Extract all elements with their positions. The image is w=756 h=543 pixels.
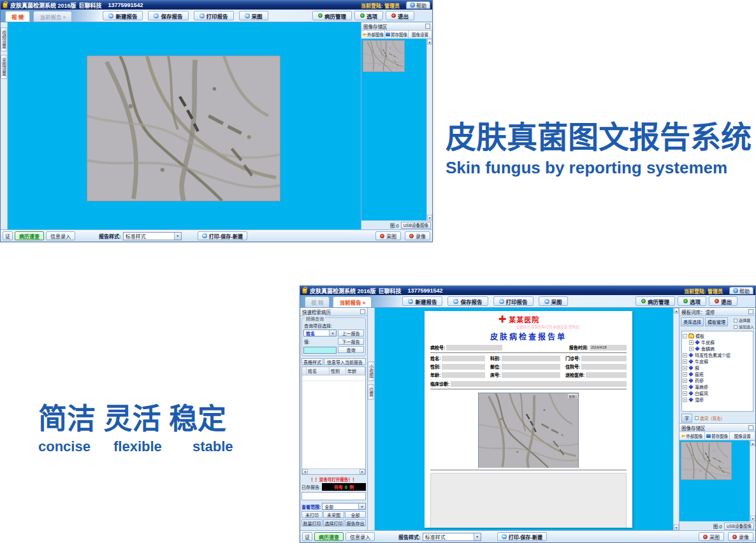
image-thumbnail[interactable] [363, 40, 405, 72]
arrow-down-icon[interactable] [750, 516, 755, 521]
bed-field[interactable] [502, 372, 560, 378]
exam-no-field[interactable] [446, 345, 502, 351]
report-list-box[interactable] [302, 492, 366, 500]
info-entry-button[interactable]: 信息录入 [46, 231, 75, 240]
panel-close-icon[interactable] [360, 309, 365, 314]
records-manage-button[interactable]: 病历管理 [312, 11, 352, 20]
library-select-button[interactable]: 类库选择 [681, 317, 704, 326]
tree-item[interactable]: 湿疹 [683, 396, 752, 403]
tree-item[interactable]: 鱼鳞病 [689, 345, 752, 352]
tab-current-report[interactable]: 当前报告 « [33, 11, 72, 22]
new-report-button[interactable]: 新建报告 [402, 296, 442, 306]
template-tree[interactable]: 模板 牛皮癣 鱼鳞病 特发性色素减少症 牛皮癣 癣 痤疮 药疹 荨麻疹 白癜风 … [681, 331, 753, 412]
next-report-button[interactable]: 下一报告 [338, 338, 364, 345]
table-style-button[interactable]: 表格样式 [302, 358, 323, 365]
collapse-icon[interactable] [683, 334, 687, 338]
append-checkbox[interactable]: 追加选入 [734, 324, 754, 329]
capture-image-button[interactable]: 采图 [375, 231, 401, 240]
panel-close-icon[interactable] [748, 309, 753, 314]
save-report-button[interactable]: 保存报告 [148, 11, 188, 20]
query-value-input[interactable] [303, 347, 337, 354]
image-thumbnail[interactable] [681, 442, 732, 480]
records-table[interactable]: 姓名 性别 年龄 [302, 366, 366, 475]
cert-button[interactable]: 证 [302, 532, 312, 541]
cert-button[interactable]: 证 [3, 231, 13, 240]
report-style-select[interactable]: 标准样式 [423, 533, 481, 541]
uncaptured-filter-button[interactable]: 未采图 [323, 511, 344, 518]
print-report-button[interactable]: 打印报告 [194, 11, 234, 20]
quick-lookup-button[interactable]: 病历速查 [15, 231, 44, 240]
save-report-button[interactable]: 保存报告 [447, 296, 488, 306]
report-time-field[interactable]: 2016/4/18 [590, 345, 627, 351]
char-button[interactable]: 字 [681, 414, 692, 423]
age-field[interactable] [442, 372, 485, 378]
expand-icon[interactable] [683, 391, 687, 396]
panel-close-icon[interactable] [425, 24, 430, 29]
tree-item[interactable]: 癣 [683, 365, 752, 371]
vertical-scrollbar[interactable] [673, 308, 679, 530]
tree-item[interactable]: 痤疮 [683, 371, 752, 377]
expand-icon[interactable] [683, 379, 687, 383]
tree-item[interactable]: 荨麻疹 [683, 384, 752, 390]
report-style-select[interactable]: 标准样式 [123, 232, 182, 240]
inpatient-field[interactable] [581, 364, 627, 370]
exit-button[interactable]: 退出 [709, 296, 738, 306]
template-manage-button[interactable]: 模板管理 [705, 317, 728, 326]
temp-images-button[interactable]: 暂存图像 [705, 432, 731, 440]
expand-icon[interactable] [683, 366, 687, 370]
export-report-button[interactable]: 报告存出 [345, 519, 366, 526]
capture-button[interactable]: 采图 [239, 11, 268, 20]
quick-lookup-button[interactable]: 病历速查 [314, 532, 344, 541]
report-page[interactable]: 某某医院 温馨提示:医院名称可到-系统设置-里修改 皮肤病检查报告单 病检号: … [425, 311, 632, 528]
batch-print-button[interactable]: 批量打印 [302, 519, 323, 526]
name-field[interactable] [442, 356, 485, 361]
expand-icon[interactable] [683, 359, 687, 364]
arrow-down-icon[interactable] [427, 215, 432, 221]
result-text-area[interactable] [430, 473, 627, 528]
tab-current-report[interactable]: 当前报告 « [333, 296, 372, 307]
vertical-scrollbar[interactable] [750, 440, 755, 521]
records-manage-button[interactable]: 病历管理 [636, 296, 675, 306]
capture-button[interactable]: 采图 [539, 296, 568, 306]
arrow-left-icon[interactable] [302, 469, 308, 474]
side-tab-thumbnail-view[interactable]: 小视图 [368, 361, 375, 381]
report-microscopy-image[interactable]: 图像1 [478, 393, 579, 468]
panel-close-icon[interactable] [748, 425, 753, 430]
image-settings-button[interactable]: 图像设置 [730, 432, 755, 440]
print-save-new-button[interactable]: 打印-保存-新建 [497, 532, 547, 541]
tree-item[interactable]: 白癜风 [683, 390, 752, 396]
arrow-up-icon[interactable] [750, 440, 755, 446]
side-tab-video-settings[interactable]: 视频设置 [1, 27, 8, 52]
tree-item[interactable]: 药疹 [683, 377, 752, 384]
selector-checkbox[interactable]: 选择器 [734, 317, 754, 323]
external-images-button[interactable]: 外部图像 [680, 432, 705, 440]
gender-field[interactable] [442, 364, 485, 370]
expand-icon[interactable] [683, 372, 687, 377]
exit-button[interactable]: 退出 [386, 11, 414, 20]
capture-image-button[interactable]: 采图 [699, 532, 724, 541]
query-field-select[interactable]: 姓名 [303, 329, 337, 337]
expand-icon[interactable] [689, 340, 694, 345]
table-row[interactable] [302, 375, 365, 381]
record-video-button[interactable]: 录像 [728, 532, 753, 541]
doctor-field[interactable] [586, 372, 627, 378]
side-tab-capture-settings[interactable]: 采图设置 [1, 55, 8, 79]
dept-field[interactable] [502, 356, 560, 361]
arrow-down-icon[interactable] [674, 525, 679, 530]
record-video-button[interactable]: 录像 [405, 231, 430, 240]
options-button[interactable]: 选项 [354, 11, 383, 20]
query-button[interactable]: 查询 [338, 346, 364, 353]
print-save-new-button[interactable]: 打印-保存-新建 [198, 231, 247, 240]
part-field[interactable] [502, 364, 560, 370]
expand-icon[interactable] [689, 347, 694, 351]
tree-item[interactable]: 特发性色素减少症 [683, 352, 752, 358]
print-report-button[interactable]: 打印报告 [493, 296, 534, 306]
horizontal-scrollbar[interactable] [302, 468, 365, 474]
all-filter-button[interactable]: 全部 [345, 511, 366, 518]
info-entry-button[interactable]: 信息录入 [345, 532, 375, 541]
usb-device-images-button[interactable]: USB设备图像 [401, 222, 431, 229]
options-button[interactable]: 选项 [678, 296, 706, 306]
temp-images-button[interactable]: 暂存图像 [385, 31, 409, 38]
pick-word-checkbox[interactable]: 选词（双击） [695, 415, 725, 421]
tab-video[interactable]: 视 频 [5, 11, 30, 22]
